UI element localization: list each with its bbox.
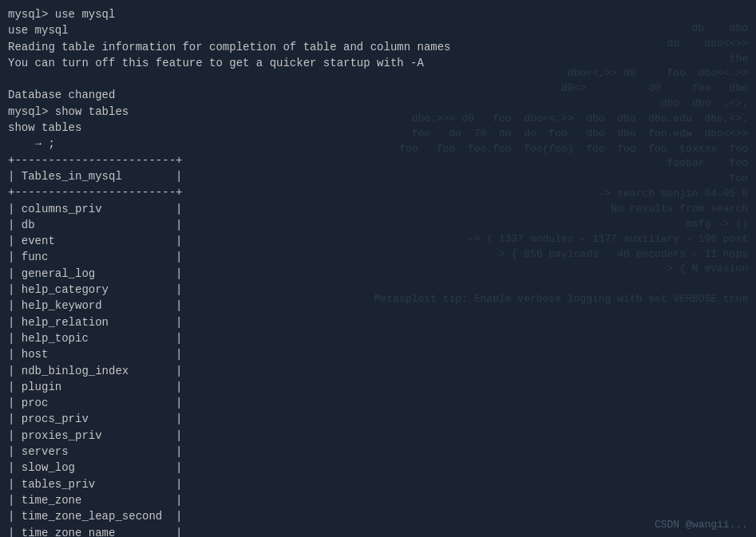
row-columns-priv: | columns_priv |	[8, 201, 748, 217]
row-servers: | servers |	[8, 444, 748, 460]
row-procs-priv: | procs_priv |	[8, 411, 748, 427]
table-header: | Tables_in_mysql |	[8, 168, 748, 184]
row-proc: | proc |	[8, 395, 748, 411]
blank-1	[8, 71, 748, 87]
row-time-zone-name: | time_zone_name |	[8, 525, 748, 538]
terminal-window: db dbo db dbo<<>> the dbo<<,>> d0 foo db…	[0, 0, 756, 537]
row-plugin: | plugin |	[8, 379, 748, 395]
use-result: use mysql	[8, 22, 748, 38]
reading-info: Reading table information for completion…	[8, 39, 748, 55]
row-func: | func |	[8, 249, 748, 265]
cmd-use-mysql: mysql> use mysql	[8, 6, 748, 22]
row-host: | host |	[8, 346, 748, 362]
border-mid: +------------------------+	[8, 184, 748, 200]
row-help-relation: | help_relation |	[8, 314, 748, 330]
db-changed: Database changed	[8, 87, 748, 103]
row-db: | db |	[8, 217, 748, 233]
row-event: | event |	[8, 233, 748, 249]
row-slow-log: | slow_log |	[8, 460, 748, 476]
row-help-category: | help_category |	[8, 282, 748, 298]
border-top: +------------------------+	[8, 152, 748, 168]
row-proxies-priv: | proxies_priv |	[8, 428, 748, 444]
row-ndb-binlog: | ndb_binlog_index |	[8, 363, 748, 379]
row-time-zone: | time_zone |	[8, 492, 748, 508]
cmd-show-tables: mysql> show tables	[8, 104, 748, 120]
watermark-text: CSDN @wangii...	[655, 519, 748, 531]
row-time-zone-leap: | time_zone_leap_second |	[8, 508, 748, 524]
arrow-line: → ;	[8, 136, 748, 152]
terminal-content: mysql> use mysql use mysql Reading table…	[8, 6, 748, 537]
row-help-keyword: | help_keyword |	[8, 298, 748, 314]
row-tables-priv: | tables_priv |	[8, 476, 748, 492]
row-help-topic: | help_topic |	[8, 330, 748, 346]
turnoff-info: You can turn off this feature to get a q…	[8, 55, 748, 71]
show-tables-echo: show tables	[8, 120, 748, 136]
row-general-log: | general_log |	[8, 266, 748, 282]
